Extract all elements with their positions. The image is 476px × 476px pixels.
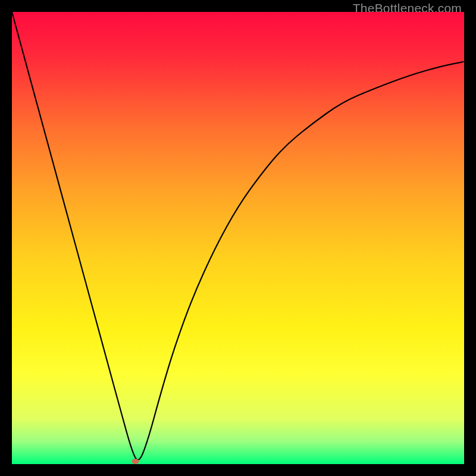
chart-frame xyxy=(12,12,464,464)
optimum-marker xyxy=(131,459,139,464)
bottleneck-chart xyxy=(12,12,464,464)
